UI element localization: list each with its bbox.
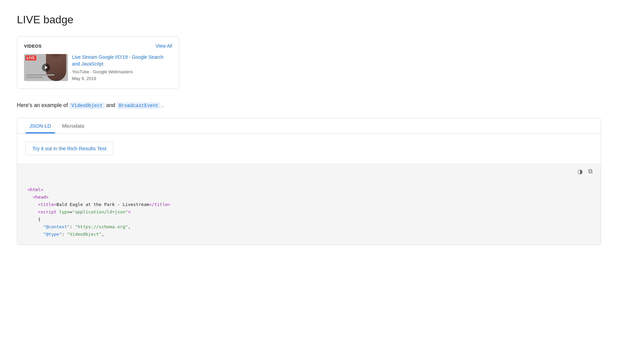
view-all-link[interactable]: View All xyxy=(156,43,172,49)
video-item: LIVE Live Stream Google I/O'19 - Google … xyxy=(24,54,172,82)
video-card-preview: VIDEOS View All LIVE Live Stream Google … xyxy=(17,36,179,89)
code-line-5: { xyxy=(27,216,591,223)
code-line-1: <html> xyxy=(27,186,591,193)
intro-after: . xyxy=(162,102,163,108)
code-block-toolbar: ◑ ⧉ xyxy=(17,163,601,179)
video-info: Live Stream Google I/O'19 - Google Searc… xyxy=(72,54,172,82)
tab-json-ld[interactable]: JSON-LD xyxy=(25,118,55,133)
try-it-button[interactable]: Try it out in the Rich Results Test xyxy=(25,142,113,155)
code-line-7: "@type": "VideoObject", xyxy=(27,231,591,238)
text-line-1 xyxy=(26,74,54,76)
theme-toggle-button[interactable]: ◑ xyxy=(576,166,584,177)
copy-icon: ⧉ xyxy=(588,168,593,175)
video-source: YouTube · Google Webmasters May 9, 2019 xyxy=(72,69,172,82)
code-tab-section: JSON-LD Microdata Try it out in the Rich… xyxy=(17,118,601,245)
play-button xyxy=(42,63,50,72)
tab-microdata[interactable]: Microdata xyxy=(58,118,88,133)
intro-text: Here's an example of VideoObject and Bro… xyxy=(17,101,601,110)
live-badge: LIVE xyxy=(25,55,36,60)
video-thumbnail-container: LIVE xyxy=(24,54,68,81)
tab-content: Try it out in the Rich Results Test xyxy=(17,134,601,163)
text-line-2 xyxy=(26,77,43,78)
code-line-4: <script type="application/ld+json"> xyxy=(27,208,591,216)
intro-middle: and xyxy=(106,102,117,108)
video-source-text: YouTube · Google Webmasters xyxy=(72,69,133,74)
copy-button[interactable]: ⧉ xyxy=(587,166,594,177)
video-object-ref[interactable]: VideoObject xyxy=(69,102,104,109)
video-card-header: VIDEOS View All xyxy=(24,43,172,49)
code-line-3: <title>Bald Eagle at the Park - Livestre… xyxy=(27,201,591,208)
thumbnail-text-lines xyxy=(26,74,54,79)
tabs-header: JSON-LD Microdata xyxy=(17,118,601,134)
code-content: <html> <head> <title>Bald Eagle at the P… xyxy=(27,186,591,238)
theme-icon: ◑ xyxy=(577,168,583,175)
code-block: <html> <head> <title>Bald Eagle at the P… xyxy=(17,179,601,245)
intro-before: Here's an example of xyxy=(17,102,69,108)
videos-label: VIDEOS xyxy=(24,44,42,49)
broadcast-event-ref[interactable]: BroadcastEvent xyxy=(117,102,161,109)
page-title: LIVE badge xyxy=(17,14,601,26)
tab-microdata-label: Microdata xyxy=(62,123,84,129)
video-title[interactable]: Live Stream Google I/O'19 - Google Searc… xyxy=(72,54,163,67)
code-line-6: "@context": "https://schema.org", xyxy=(27,223,591,231)
video-date: May 9, 2019 xyxy=(72,76,96,81)
tab-json-ld-label: JSON-LD xyxy=(29,123,51,129)
code-line-2: <head> xyxy=(27,193,591,201)
